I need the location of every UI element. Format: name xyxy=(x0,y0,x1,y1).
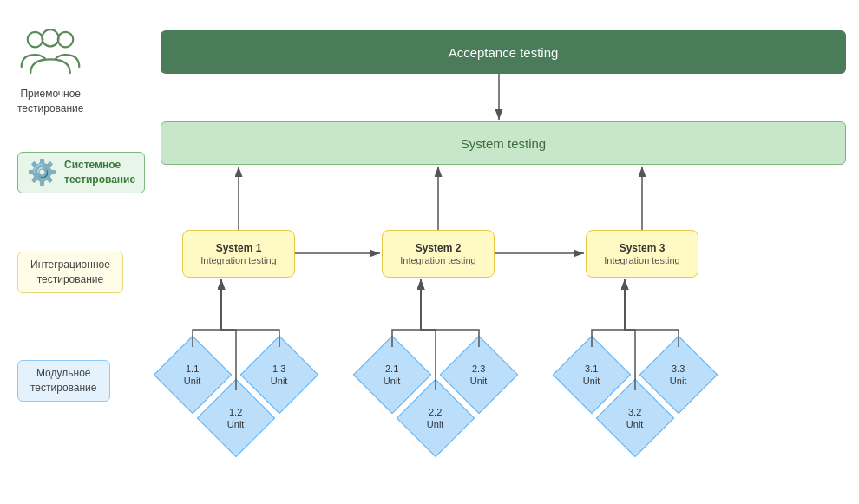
svg-point-1 xyxy=(58,32,74,48)
acceptance-sidebar-text: Приемочное тестирование xyxy=(17,87,84,116)
int1-sub: Integration testing xyxy=(200,255,276,265)
people-icon xyxy=(20,26,81,82)
system-label-area: ⚙️ Системное тестирование xyxy=(17,152,145,193)
acceptance-box-text: Acceptance testing xyxy=(449,45,559,60)
unit-2-3-label: 2.3Unit xyxy=(470,363,488,388)
unit-label-area: Модульное тестирование xyxy=(17,360,110,402)
unit-3-1-label: 3.1Unit xyxy=(583,363,600,388)
main-content: Acceptance testing System testing System… xyxy=(161,17,846,503)
sidebar: Приемочное тестирование ⚙️ Системное тес… xyxy=(9,0,148,504)
unit-1-1-label: 1.1Unit xyxy=(184,363,201,388)
int3-sub: Integration testing xyxy=(604,255,679,265)
unit-2-1-label: 2.1Unit xyxy=(384,363,401,388)
integration-label-area: Интеграционное тестирование xyxy=(17,252,123,293)
svg-point-0 xyxy=(28,32,43,48)
system-sidebar-text: Системное тестирование xyxy=(64,158,135,187)
integration-box-3: System 3 Integration testing xyxy=(586,230,698,278)
diagram-container: Приемочное тестирование ⚙️ Системное тес… xyxy=(0,0,859,504)
int2-sub: Integration testing xyxy=(400,255,475,265)
unit-1-3-label: 1.3Unit xyxy=(271,363,288,388)
integration-sidebar-text: Интеграционное тестирование xyxy=(30,258,110,287)
acceptance-box: Acceptance testing xyxy=(161,30,846,74)
unit-1-2-label: 1.2Unit xyxy=(227,406,245,431)
svg-point-2 xyxy=(43,29,59,46)
int1-title: System 1 xyxy=(216,242,262,256)
gear-icon: ⚙️ xyxy=(27,158,57,187)
acceptance-label-area: Приемочное тестирование xyxy=(17,26,84,116)
integration-box-2: System 2 Integration testing xyxy=(382,230,495,278)
system-box: System testing xyxy=(161,121,846,165)
int3-title: System 3 xyxy=(620,242,666,256)
unit-3-3-label: 3.3Unit xyxy=(670,363,687,388)
int2-title: System 2 xyxy=(416,242,462,256)
unit-2-2-label: 2.2Unit xyxy=(427,406,444,431)
unit-3-2-label: 3.2Unit xyxy=(626,406,644,431)
integration-box-1: System 1 Integration testing xyxy=(182,230,295,278)
unit-sidebar-text: Модульное тестирование xyxy=(30,366,97,396)
system-box-text: System testing xyxy=(461,136,546,151)
